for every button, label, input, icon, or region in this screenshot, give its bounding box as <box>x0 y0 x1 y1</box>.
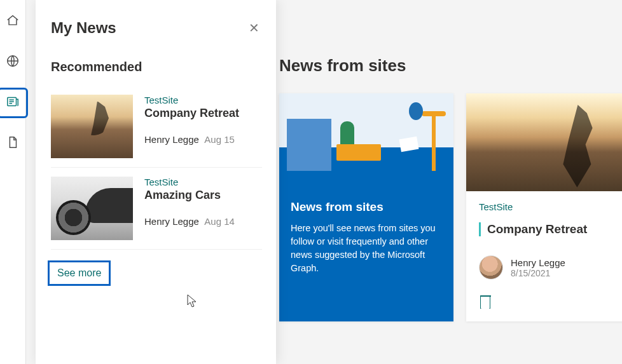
close-icon: ✕ <box>249 21 259 35</box>
news-card-company-retreat[interactable]: TestSite Company Retreat Henry Legge 8/1… <box>466 93 622 321</box>
bookmark-icon[interactable] <box>480 296 490 309</box>
news-card-site-link[interactable]: TestSite <box>479 201 622 212</box>
author-name: Henry Legge <box>511 257 565 268</box>
info-card-news-from-sites[interactable]: News from sites Here you'll see news fro… <box>279 93 453 321</box>
news-item-date: Aug 15 <box>204 134 235 145</box>
globe-icon <box>6 54 20 71</box>
news-card-author: Henry Legge 8/15/2021 <box>479 255 622 280</box>
news-item-author: Henry Legge <box>144 134 199 145</box>
info-card-title: News from sites <box>291 200 442 214</box>
info-card-desc: Here you'll see news from sites you foll… <box>291 222 442 275</box>
news-item-site[interactable]: TestSite <box>144 95 262 105</box>
news-item-date: Aug 14 <box>204 216 235 227</box>
my-news-flyout: My News ✕ Recommended TestSite Company R… <box>36 0 276 364</box>
news-item-title[interactable]: Amazing Cars <box>144 189 262 202</box>
page-title: News from sites <box>279 56 622 76</box>
news-thumbnail <box>51 177 133 240</box>
news-item-title[interactable]: Company Retreat <box>144 107 262 120</box>
news-card-title[interactable]: Company Retreat <box>487 222 622 236</box>
news-item-author: Henry Legge <box>144 216 199 227</box>
news-item-site[interactable]: TestSite <box>144 177 262 187</box>
close-button[interactable]: ✕ <box>246 18 262 38</box>
rail-news[interactable] <box>0 90 25 116</box>
rail-documents[interactable] <box>0 131 25 156</box>
home-icon <box>6 13 20 30</box>
document-icon <box>6 135 20 152</box>
news-item[interactable]: TestSite Company Retreat Henry Legge Aug… <box>51 86 262 168</box>
news-icon <box>6 95 20 111</box>
news-thumbnail <box>51 95 133 158</box>
cards-row: News from sites Here you'll see news fro… <box>279 93 622 321</box>
news-card-hero-image <box>466 93 622 191</box>
rail-global[interactable] <box>0 50 25 75</box>
avatar[interactable] <box>479 255 503 280</box>
info-card-illustration <box>279 93 453 191</box>
news-item[interactable]: TestSite Amazing Cars Henry Legge Aug 14 <box>51 168 262 250</box>
flyout-title: My News <box>51 19 116 37</box>
flyout-section-title: Recommended <box>51 60 262 74</box>
author-date: 8/15/2021 <box>511 268 565 278</box>
app-rail <box>0 0 26 364</box>
see-more-link[interactable]: See more <box>51 264 107 283</box>
rail-home[interactable] <box>0 9 25 34</box>
